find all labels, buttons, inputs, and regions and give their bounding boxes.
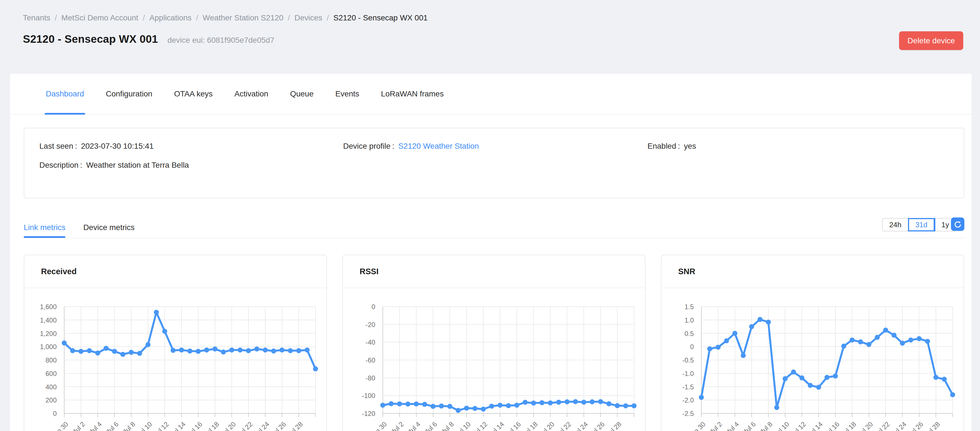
svg-text:Jul 22: Jul 22: [236, 420, 254, 431]
svg-text:1,000: 1,000: [40, 343, 57, 351]
chart-title-snr: SNR: [678, 267, 695, 276]
svg-text:Jul 4: Jul 4: [88, 420, 103, 431]
svg-text:Jul 10: Jul 10: [773, 420, 791, 431]
svg-text:Jul 22: Jul 22: [873, 420, 891, 431]
enabled-label: Enabled: [648, 142, 676, 150]
description-value: Weather station at Terra Bella: [86, 161, 189, 169]
last-seen-field: Last seen:2023-07-30 10:15:41: [39, 142, 343, 151]
svg-text:-40: -40: [366, 338, 375, 346]
title-row: S2120 - Sensecap WX 001 device eui: 6081…: [23, 33, 274, 45]
chart-header: RSSI: [343, 255, 645, 288]
rssi-line-chart: Jun 30Jul 2Jul 4Jul 6Jul 8Jul 10Jul 12Ju…: [343, 288, 646, 431]
svg-text:Jul 22: Jul 22: [555, 420, 573, 431]
breadcrumb-item-devices[interactable]: Devices: [294, 13, 323, 22]
tab-dashboard[interactable]: Dashboard: [46, 74, 84, 114]
svg-text:Jul 16: Jul 16: [504, 420, 522, 431]
svg-text:-60: -60: [366, 356, 375, 364]
svg-text:Jul 2: Jul 2: [71, 420, 87, 431]
breadcrumb-item-tenants[interactable]: Tenants: [23, 13, 50, 22]
range-option-31d[interactable]: 31d: [908, 219, 934, 231]
breadcrumb-item-tenant[interactable]: MetSci Demo Account: [61, 13, 138, 22]
chart-header: SNR: [662, 255, 964, 288]
svg-text:0: 0: [372, 303, 375, 311]
svg-text:Jul 24: Jul 24: [253, 420, 270, 431]
breadcrumb-item-application[interactable]: Weather Station S2120: [203, 13, 283, 22]
svg-text:-2.5: -2.5: [682, 410, 694, 417]
device-profile-link[interactable]: S2120 Weather Station: [398, 142, 479, 150]
svg-text:Jul 8: Jul 8: [759, 420, 774, 431]
svg-text:-0.5: -0.5: [682, 356, 694, 364]
svg-text:Jul 28: Jul 28: [605, 420, 623, 431]
tab-configuration[interactable]: Configuration: [106, 74, 153, 114]
svg-text:Jun 30: Jun 30: [50, 420, 70, 431]
breadcrumb-current-device: S2120 - Sensecap WX 001: [333, 13, 428, 22]
breadcrumb-separator: /: [288, 13, 290, 22]
svg-text:Jul 8: Jul 8: [440, 420, 455, 431]
refresh-button[interactable]: [951, 217, 964, 231]
svg-text:Jul 20: Jul 20: [856, 420, 874, 431]
svg-text:Jul 26: Jul 26: [907, 420, 924, 431]
svg-text:Jul 6: Jul 6: [105, 420, 120, 431]
svg-text:Jul 16: Jul 16: [186, 420, 204, 431]
tab-link-metrics[interactable]: Link metrics: [24, 217, 65, 238]
delete-device-button[interactable]: Delete device: [899, 31, 963, 50]
enabled-value: yes: [684, 142, 696, 150]
tab-queue[interactable]: Queue: [290, 74, 313, 114]
svg-text:Jul 2: Jul 2: [390, 420, 405, 431]
svg-text:1.5: 1.5: [685, 303, 694, 311]
tab-otaa-keys[interactable]: OTAA keys: [174, 74, 213, 114]
chart-title-received: Received: [41, 267, 76, 276]
chart-card-snr: SNR Jun 30Jul 2Jul 4Jul 6Jul 8Jul 10Jul …: [661, 255, 964, 431]
breadcrumb-separator: /: [196, 13, 198, 22]
device-eui: device eui: 6081f905e7de05d7: [167, 36, 274, 45]
range-option-24h[interactable]: 24h: [883, 219, 908, 231]
svg-text:-100: -100: [362, 392, 375, 399]
svg-text:1,200: 1,200: [40, 330, 57, 337]
colon: :: [678, 142, 680, 150]
breadcrumb: Tenants / MetSci Demo Account / Applicat…: [23, 13, 428, 22]
device-profile-label: Device profile: [343, 142, 391, 150]
svg-text:1.0: 1.0: [685, 316, 694, 324]
tab-device-metrics[interactable]: Device metrics: [83, 217, 135, 238]
colon: :: [392, 142, 395, 150]
svg-text:Jul 20: Jul 20: [538, 420, 555, 431]
svg-text:Jul 14: Jul 14: [806, 420, 824, 431]
svg-text:Jul 18: Jul 18: [521, 420, 539, 431]
svg-text:Jul 24: Jul 24: [571, 420, 589, 431]
tab-lorawan-frames[interactable]: LoRaWAN frames: [381, 74, 444, 114]
metrics-tabs: Link metrics Device metrics: [24, 217, 964, 238]
svg-text:Jul 10: Jul 10: [454, 420, 472, 431]
breadcrumb-item-applications[interactable]: Applications: [150, 13, 191, 22]
description-field: Description:Weather station at Terra Bel…: [39, 161, 343, 170]
svg-text:Jul 28: Jul 28: [286, 420, 304, 431]
chart-card-received: Received Jun 30Jul 2Jul 4Jul 6Jul 8Jul 1…: [24, 255, 327, 431]
svg-text:1,400: 1,400: [40, 316, 57, 324]
svg-text:Jul 18: Jul 18: [840, 420, 858, 431]
svg-text:Jun 30: Jun 30: [687, 420, 707, 431]
svg-text:600: 600: [46, 370, 57, 377]
svg-text:Jul 26: Jul 26: [588, 420, 606, 431]
description-label: Description: [39, 161, 78, 169]
svg-text:Jul 8: Jul 8: [121, 420, 137, 431]
svg-text:400: 400: [46, 383, 57, 391]
svg-text:-1.0: -1.0: [682, 370, 694, 377]
svg-text:Jul 16: Jul 16: [823, 420, 841, 431]
device-profile-field: Device profile:S2120 Weather Station: [343, 142, 648, 151]
info-row-2: Description:Weather station at Terra Bel…: [39, 161, 964, 170]
received-line-chart: Jun 30Jul 2Jul 4Jul 6Jul 8Jul 10Jul 12Ju…: [24, 288, 328, 431]
page-title: S2120 - Sensecap WX 001: [23, 33, 158, 45]
tab-activation[interactable]: Activation: [234, 74, 268, 114]
enabled-field: Enabled:yes: [648, 142, 964, 151]
svg-text:Jul 6: Jul 6: [742, 420, 757, 431]
tab-events[interactable]: Events: [335, 74, 360, 114]
svg-text:Jul 12: Jul 12: [471, 420, 488, 431]
svg-text:Jun 30: Jun 30: [369, 420, 388, 431]
reload-icon: [953, 219, 963, 229]
svg-text:-120: -120: [362, 410, 375, 417]
svg-text:800: 800: [46, 356, 57, 364]
chart-card-rssi: RSSI Jun 30Jul 2Jul 4Jul 6Jul 8Jul 10Jul…: [342, 255, 646, 431]
svg-text:Jul 24: Jul 24: [890, 420, 908, 431]
svg-text:Jul 10: Jul 10: [135, 420, 153, 431]
last-seen-value: 2023-07-30 10:15:41: [81, 142, 154, 150]
time-range-selector: 24h 31d 1y: [882, 218, 956, 231]
